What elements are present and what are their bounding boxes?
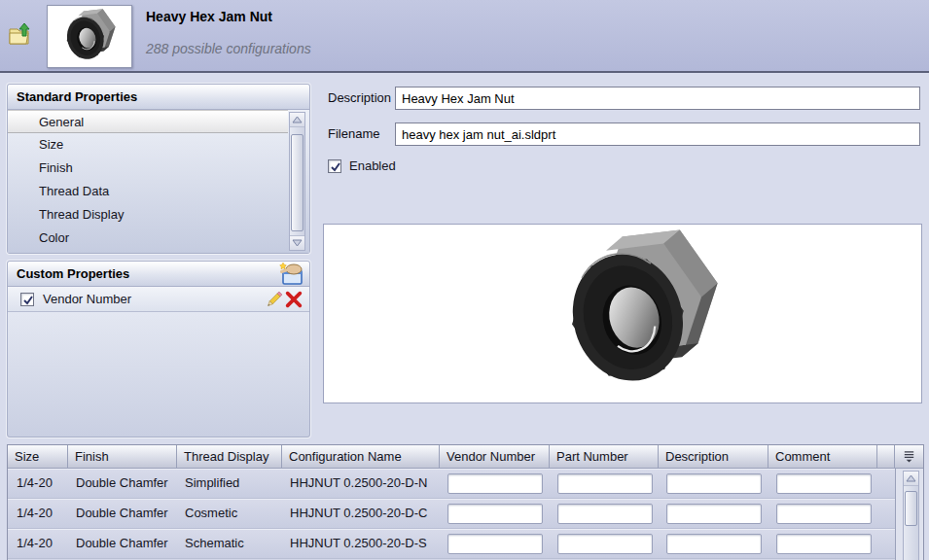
- column-header[interactable]: Thread Display: [177, 445, 282, 469]
- configurations-count: 288 possible configurations: [146, 41, 311, 56]
- table-header-row: Size Finish Thread Display Configuration…: [8, 445, 923, 469]
- standard-property-label: Color: [39, 230, 69, 245]
- page-title: Heavy Hex Jam Nut: [146, 9, 272, 24]
- description-cell-input[interactable]: [666, 534, 762, 554]
- configuration-name-cell: HHJNUT 0.2500-20-D-C: [282, 499, 440, 528]
- column-options-icon: [902, 449, 916, 464]
- vendor-number-input[interactable]: [447, 504, 543, 524]
- finish-cell: Double Chamfer: [68, 499, 177, 528]
- table-scrollbar[interactable]: [903, 471, 919, 560]
- custom-property-row[interactable]: Vendor Number: [8, 287, 309, 312]
- table-row[interactable]: 1/4-20 Double Chamfer Simplified HHJNUT …: [8, 469, 895, 499]
- standard-property-label: General: [39, 115, 84, 129]
- table-scrollbar-thumb[interactable]: [905, 491, 917, 526]
- column-header[interactable]: Part Number: [550, 445, 659, 469]
- check-icon: [329, 160, 342, 174]
- comment-input[interactable]: [776, 473, 872, 494]
- enabled-row: Enabled: [328, 158, 396, 173]
- thread-display-cell: Schematic: [177, 529, 282, 558]
- configuration-name-cell: HHJNUT 0.2500-20-D-N: [282, 469, 440, 498]
- size-cell: 1/4-20: [8, 499, 68, 528]
- check-icon: [21, 294, 35, 307]
- folder-up-icon[interactable]: [8, 21, 34, 48]
- table-body: 1/4-20 Double Chamfer Simplified HHJNUT …: [8, 469, 895, 559]
- table-row[interactable]: 1/4-20 Double Chamfer Cosmetic HHJNUT 0.…: [8, 499, 895, 529]
- table-scroll-column: [895, 469, 923, 560]
- standard-property-item[interactable]: Size: [8, 133, 288, 157]
- standard-property-label: Size: [39, 137, 63, 152]
- column-header[interactable]: Description: [659, 445, 768, 469]
- custom-property-checkbox[interactable]: [20, 293, 34, 306]
- configurations-table: Size Finish Thread Display Configuration…: [7, 444, 924, 560]
- custom-property-label: Vendor Number: [43, 292, 265, 306]
- part-preview: [323, 224, 922, 403]
- enabled-checkbox[interactable]: [328, 159, 341, 173]
- finish-cell: Double Chamfer: [68, 529, 177, 558]
- column-header[interactable]: Size: [8, 445, 68, 469]
- standard-property-item[interactable]: Thread Data: [8, 180, 288, 203]
- size-cell: 1/4-20: [8, 529, 68, 558]
- description-cell-input[interactable]: [666, 504, 762, 524]
- column-header[interactable]: Finish: [68, 445, 177, 469]
- description-input[interactable]: [395, 87, 920, 110]
- scrollbar-thumb[interactable]: [291, 134, 304, 231]
- delete-x-icon[interactable]: [284, 290, 304, 309]
- thread-display-cell: Cosmetic: [177, 499, 282, 528]
- filename-input[interactable]: [395, 122, 920, 146]
- standard-properties-header: Standard Properties: [8, 85, 309, 110]
- column-header[interactable]: Configuration Name: [282, 445, 440, 469]
- arrow-up-icon: [906, 474, 916, 482]
- enabled-label: Enabled: [349, 158, 396, 173]
- custom-properties-panel: Custom Properties Vendor Number: [7, 261, 310, 438]
- description-cell-input[interactable]: [666, 473, 762, 494]
- arrow-up-icon: [292, 116, 303, 123]
- column-header[interactable]: Vendor Number: [440, 445, 550, 469]
- description-label: Description: [328, 90, 391, 105]
- finish-cell: Double Chamfer: [68, 469, 177, 498]
- standard-property-label: Thread Data: [39, 184, 109, 198]
- pencil-icon[interactable]: [265, 290, 284, 309]
- standard-property-item[interactable]: Color: [8, 227, 288, 250]
- standard-property-item[interactable]: General: [8, 110, 288, 133]
- standard-properties-title: Standard Properties: [17, 89, 137, 104]
- vendor-number-input[interactable]: [447, 473, 543, 494]
- vendor-number-input[interactable]: [447, 534, 543, 554]
- hex-nut-thumbnail-image: [51, 8, 128, 66]
- table-row[interactable]: 1/4-20 Double Chamfer Schematic HHJNUT 0…: [8, 529, 895, 559]
- standard-properties-panel: Standard Properties General Size Finish …: [7, 84, 310, 254]
- spare-header-cell: [877, 445, 895, 469]
- new-property-icon[interactable]: [278, 262, 304, 287]
- filename-label: Filename: [328, 126, 379, 141]
- part-thumbnail: [47, 5, 132, 68]
- size-cell: 1/4-20: [8, 469, 68, 498]
- scroll-up-button[interactable]: [290, 113, 304, 127]
- hex-nut-preview-image: [540, 227, 740, 402]
- standard-property-item[interactable]: Finish: [8, 157, 288, 180]
- comment-input[interactable]: [776, 534, 872, 554]
- standard-property-item[interactable]: Thread Display: [8, 203, 288, 227]
- comment-input[interactable]: [776, 504, 872, 524]
- standard-property-label: Finish: [39, 160, 73, 175]
- part-number-input[interactable]: [557, 534, 653, 554]
- standard-property-label: Thread Display: [39, 207, 124, 222]
- column-header[interactable]: Comment: [768, 445, 877, 469]
- part-number-input[interactable]: [557, 504, 653, 524]
- custom-properties-header: Custom Properties: [8, 262, 309, 287]
- table-scroll-up-button[interactable]: [904, 472, 918, 486]
- configuration-name-cell: HHJNUT 0.2500-20-D-S: [282, 529, 440, 558]
- scroll-down-button[interactable]: [290, 235, 304, 250]
- custom-properties-title: Custom Properties: [17, 266, 129, 281]
- standard-properties-scrollbar[interactable]: [289, 112, 305, 251]
- part-header: Heavy Hex Jam Nut 288 possible configura…: [0, 0, 929, 73]
- part-number-input[interactable]: [557, 473, 653, 494]
- thread-display-cell: Simplified: [177, 469, 282, 498]
- standard-properties-list: General Size Finish Thread Data Thread D…: [8, 110, 309, 253]
- arrow-down-icon: [292, 239, 303, 247]
- column-options-button[interactable]: [895, 445, 923, 469]
